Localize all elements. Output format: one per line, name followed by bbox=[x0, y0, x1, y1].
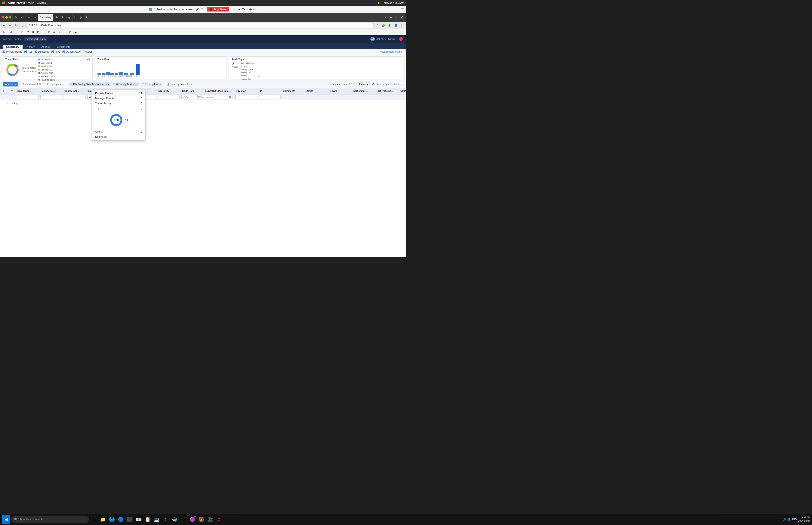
menu-devices[interactable]: Devices bbox=[36, 1, 46, 4]
restore-btn[interactable]: ◻ bbox=[394, 15, 398, 19]
tab-nav-left[interactable]: ‹ bbox=[385, 16, 386, 19]
dropdown-over[interactable]: Over... 0 bbox=[92, 129, 145, 134]
settings-icon[interactable]: ⚙ bbox=[372, 83, 374, 86]
home-button[interactable]: ⌂ bbox=[20, 23, 25, 28]
search-input[interactable] bbox=[20, 82, 67, 87]
filter-other[interactable]: Other bbox=[83, 50, 92, 53]
bookmark-item[interactable]: P· bbox=[41, 30, 46, 34]
tab-agency[interactable]: Agency bbox=[38, 45, 53, 49]
browser-tab[interactable]: A· bbox=[19, 14, 25, 21]
col-alerts[interactable]: Alerts ↕ bbox=[305, 90, 328, 92]
priority-filter-pill[interactable]: 14 Priority Trades ▾ bbox=[113, 82, 139, 86]
col-ms-entity[interactable]: MS Entity ↕ bbox=[157, 90, 181, 92]
col-expected-close[interactable]: Expected Close Date ↕ bbox=[204, 90, 234, 92]
filter-facility-input[interactable] bbox=[41, 95, 62, 100]
browser-tab-secondary[interactable]: Secondary bbox=[38, 14, 53, 21]
menu-icon[interactable]: ⋮ bbox=[399, 23, 404, 28]
tab-nav-right[interactable]: › bbox=[387, 16, 388, 19]
stop-share-button[interactable]: ⬛ Stop Share bbox=[207, 7, 229, 12]
col-comments[interactable]: Comments ↕ bbox=[281, 90, 305, 92]
address-bar[interactable]: 127.0.0.1:8082/ui/secondary bbox=[26, 23, 373, 28]
col-trade-date[interactable]: Trade Date ↕ bbox=[181, 90, 204, 92]
close-window-button[interactable] bbox=[2, 16, 4, 18]
dropdown-t3[interactable]: T-3... 0 bbox=[92, 106, 145, 111]
filter-ps[interactable]: P&S bbox=[25, 50, 32, 53]
filter-distressed[interactable]: Distressed bbox=[35, 50, 49, 53]
filter-us-input[interactable] bbox=[259, 95, 280, 100]
trade-status-all[interactable]: All bbox=[87, 58, 90, 60]
bookmark-item[interactable]: P· bbox=[36, 30, 41, 34]
tab-settlements[interactable]: Settlements bbox=[53, 45, 74, 49]
col-liq-trade-st[interactable]: LIQ Trade St... ↕ bbox=[376, 90, 399, 92]
pending-filter-pill[interactable]: 0 Pending KYC ▾ bbox=[141, 82, 164, 86]
profile-icon[interactable]: 👤 bbox=[393, 23, 398, 28]
col-settlement[interactable]: Settlement ... ↕ bbox=[352, 90, 376, 92]
group-by-parent[interactable]: Group by parent trade bbox=[166, 83, 193, 86]
browser-tab[interactable]: P· bbox=[60, 14, 66, 21]
filter-expected-calendar[interactable]: 📅 bbox=[229, 96, 231, 99]
browser-tab[interactable]: js bbox=[78, 14, 84, 21]
menu-view[interactable]: View bbox=[28, 1, 34, 4]
filter-tradedate-input[interactable] bbox=[181, 95, 198, 100]
forward-button[interactable]: → bbox=[8, 23, 13, 28]
apple-menu[interactable]: 🍎 bbox=[2, 1, 5, 4]
col-cpty-positi[interactable]: CPTY Positi... ↕ bbox=[399, 90, 406, 92]
tab-primary[interactable]: Primary bbox=[22, 45, 38, 49]
bookmark-item[interactable]: lo bbox=[47, 30, 51, 34]
bookmark-item[interactable]: A· bbox=[52, 30, 57, 34]
reset-grid-link[interactable]: Reset all grid preferences bbox=[377, 83, 403, 86]
bookmark-item[interactable]: A· bbox=[2, 30, 6, 34]
browser-tab[interactable]: H bbox=[73, 14, 78, 21]
browser-tab[interactable]: gl bbox=[66, 14, 72, 21]
filter-deal-input[interactable] bbox=[17, 95, 39, 100]
bookmark-item[interactable]: g! bbox=[26, 30, 30, 34]
filter-primary-trades[interactable]: Primary Trades bbox=[3, 50, 22, 53]
notification-badge[interactable]: ! bbox=[399, 37, 403, 41]
new-tab-button[interactable]: + bbox=[85, 15, 88, 19]
reset-filters-link[interactable]: Reset all filters and sort bbox=[379, 50, 403, 53]
col-direction[interactable]: Direction ↕ bbox=[234, 90, 258, 92]
col-deal-name[interactable]: Deal Name ↕ bbox=[16, 90, 40, 92]
filter-expected-input[interactable] bbox=[205, 95, 228, 100]
facility-filter-pill[interactable]: 14/14 Facility Global Commitment ▾ bbox=[69, 82, 111, 86]
filter-pmg[interactable]: PMG bbox=[51, 50, 60, 53]
export-button[interactable]: Export ▾ bbox=[357, 82, 370, 86]
minimize-btn[interactable]: − bbox=[389, 15, 393, 19]
bookmark-item[interactable]: P· bbox=[62, 30, 67, 34]
filter-entity-input[interactable] bbox=[158, 95, 180, 100]
filter-expected-clear[interactable]: ✕ bbox=[232, 96, 233, 99]
extensions-icon[interactable]: 🧩 bbox=[381, 23, 386, 28]
header-chevron[interactable]: ▾ bbox=[396, 38, 398, 41]
bookmark-item[interactable]: P· bbox=[15, 30, 19, 34]
dropdown-manager-priority[interactable]: Manager Priority 0 bbox=[92, 96, 145, 101]
filter-counter-input[interactable] bbox=[64, 95, 86, 100]
filter-tradedate-clear[interactable]: ✕ bbox=[201, 96, 203, 99]
col-errors[interactable]: Errors ↕ bbox=[328, 90, 352, 92]
maximize-window-button[interactable] bbox=[9, 16, 11, 18]
bookmark-item[interactable]: lo bbox=[74, 30, 78, 34]
bookmark-item[interactable]: A· bbox=[9, 30, 14, 34]
bookmark-star[interactable]: ☆ bbox=[375, 23, 380, 28]
browser-tab[interactable]: A· bbox=[26, 14, 31, 21]
back-button[interactable]: ← bbox=[2, 23, 6, 28]
col-us[interactable]: us ↕ bbox=[258, 90, 281, 92]
filter-eu-secondary[interactable]: EU secondary bbox=[62, 50, 81, 53]
col-facility-na[interactable]: Facility Na... ↕ bbox=[40, 90, 63, 92]
close-btn[interactable]: ✕ bbox=[399, 15, 404, 19]
bookmark-item[interactable]: P· bbox=[68, 30, 73, 34]
browser-tab[interactable]: A· bbox=[13, 14, 18, 21]
dropdown-trader-priority[interactable]: Trader Priority 0 bbox=[92, 101, 145, 106]
dropdown-no-priority[interactable]: No priority bbox=[92, 134, 145, 139]
download-icon[interactable]: ⬇ bbox=[387, 23, 392, 28]
col-counterpar[interactable]: Counterpar... ↕ bbox=[63, 90, 87, 92]
bookmark-item[interactable]: P· bbox=[20, 30, 25, 34]
bookmark-item[interactable]: js bbox=[58, 30, 62, 34]
filter-tradedate-calendar[interactable]: 📅 bbox=[198, 96, 201, 99]
select-all-checkbox[interactable] bbox=[3, 90, 6, 92]
tab-secondary[interactable]: Secondary bbox=[3, 45, 22, 49]
browser-tab[interactable]: P· bbox=[53, 14, 59, 21]
col-flag[interactable]: 🚩 bbox=[9, 90, 16, 92]
bookmark-item[interactable]: H bbox=[31, 30, 35, 34]
browser-tab[interactable]: lo bbox=[32, 14, 37, 21]
actions-button[interactable]: Actions ▾ bbox=[3, 82, 18, 87]
